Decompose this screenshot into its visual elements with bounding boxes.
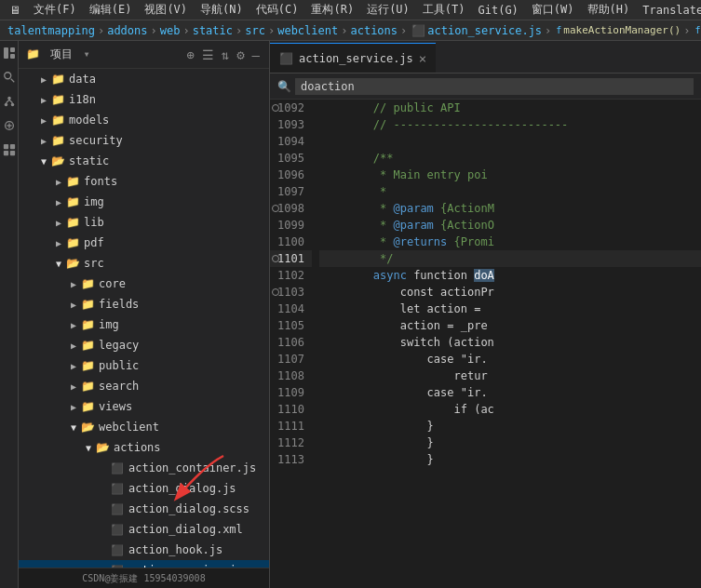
tree-item-img2[interactable]: ▶ 📁 img [19,314,269,335]
code-token: {ActionO [434,219,494,232]
menu-file[interactable]: 文件(F) [28,0,82,20]
line-num-1110: 1110 [270,401,312,418]
tree-item-views[interactable]: ▶ 📁 views [19,396,269,417]
folder-icon-legacy: 📁 [80,339,95,352]
activity-search-icon[interactable] [1,69,18,86]
tree-item-security[interactable]: ▶ 📁 security [19,130,269,151]
folder-icon-pdf: 📁 [65,236,80,249]
tree-item-webclient[interactable]: ▼ 📂 webclient [19,417,269,437]
tree-label-action-container: action_container.js [128,461,256,474]
svg-line-8 [6,100,9,103]
sidebar-close-icon[interactable]: — [250,46,262,64]
tree-item-action-dialog[interactable]: ▶ ⬛ action_dialog.js [19,478,269,499]
breadcrumb-file[interactable]: action_service.js [427,24,542,37]
activity-extensions-icon[interactable] [1,141,18,158]
sidebar-settings-icon[interactable]: ⚙ [235,46,246,64]
tree-item-img[interactable]: ▶ 📁 img [19,192,269,212]
breadcrumb-web[interactable]: web [160,24,181,37]
tree-label-fonts: fonts [84,175,117,188]
menu-pc-icon: 🖥 [4,2,26,19]
tree-item-legacy[interactable]: ▶ 📁 legacy [19,335,269,355]
breadcrumb-static[interactable]: static [193,24,233,37]
menu-view[interactable]: 视图(V) [139,0,193,20]
breadcrumb-func1[interactable]: makeActionManager() [563,24,681,36]
tree-item-data[interactable]: ▶ 📁 data [19,69,269,89]
file-tree: ▶ 📁 data ▶ 📁 i18n ▶ 📁 models [19,69,269,568]
breadcrumb-sep-9: › [683,24,690,37]
search-input[interactable] [295,78,694,95]
tree-item-static[interactable]: ▼ 📂 static [19,151,269,171]
code-token: action = _pre [319,319,488,332]
menu-nav[interactable]: 导航(N) [195,0,249,20]
code-token: * [319,235,393,248]
tree-label-public: public [99,359,139,372]
tree-item-fields[interactable]: ▶ 📁 fields [19,294,269,314]
code-area: 1092 1093 1094 1095 1096 1097 1098 1099 … [270,100,701,588]
tree-label-src: src [84,257,104,270]
tree-item-fonts[interactable]: ▶ 📁 fonts [19,171,269,192]
tree-item-action-dialog-xml[interactable]: ▶ ⬛ action_dialog.xml [19,519,269,540]
folder-icon-webclient: 📂 [80,421,95,434]
menu-tools[interactable]: 工具(T) [417,0,471,20]
code-token: async [373,269,407,282]
tree-item-core[interactable]: ▶ 📁 core [19,274,269,294]
breadcrumb-actions[interactable]: actions [350,24,398,37]
tree-label-action-dialog-xml: action_dialog.xml [128,523,243,536]
menu-run[interactable]: 运行(U) [361,0,415,20]
search-bar: 🔍 [270,74,701,100]
breadcrumb-root[interactable]: talentmapping [7,24,95,37]
line-num-1106: 1106 [270,334,312,351]
folder-icon-search: 📁 [80,380,95,393]
code-line-1092: // public API [319,100,701,116]
tree-item-action-dialog-scss[interactable]: ▶ ⬛ action_dialog.scss [19,499,269,519]
code-line-1094 [319,133,701,150]
tree-item-i18n[interactable]: ▶ 📁 i18n [19,89,269,110]
code-line-1107: case "ir. [319,351,701,368]
tree-label-pdf: pdf [84,236,104,249]
folder-icon-models: 📁 [50,114,65,127]
folder-icon-security: 📁 [50,134,65,147]
line-num-1108: 1108 [270,368,312,384]
folder-icon-public: 📁 [80,359,95,372]
breadcrumb-src[interactable]: src [245,24,265,37]
code-token: retur [319,369,488,382]
folder-icon-actions: 📂 [95,441,110,454]
tree-item-actions[interactable]: ▼ 📂 actions [19,437,269,458]
tree-item-action-hook[interactable]: ▶ ⬛ action_hook.js [19,540,269,560]
breadcrumb-addons[interactable]: addons [107,24,147,37]
menu-help[interactable]: 帮助(H) [582,0,636,20]
code-token: } [319,436,434,449]
tab-file-icon: ⬛ [279,52,293,65]
tree-item-lib[interactable]: ▶ 📁 lib [19,212,269,233]
sidebar: 📁 项目 ▾ ⊕ ☰ ⇅ ⚙ — ▶ 📁 data [19,41,270,588]
tree-arrow-views: ▶ [67,402,80,412]
svg-rect-1 [10,47,15,52]
menu-refactor[interactable]: 重构(R) [305,0,359,20]
sidebar-sort-icon[interactable]: ⇅ [220,46,231,64]
tab-close-button[interactable]: × [419,51,426,66]
tree-arrow-src: ▼ [52,259,65,269]
tree-item-action-container[interactable]: ▶ ⬛ action_container.js [19,458,269,478]
line-num-1113: 1113 [270,451,312,468]
sidebar-collapse-icon[interactable]: ☰ [200,46,216,64]
tree-item-src[interactable]: ▼ 📂 src [19,253,269,274]
tree-label-actions: actions [114,441,161,454]
activity-debug-icon[interactable] [1,117,18,134]
activity-git-icon[interactable] [1,93,18,110]
menu-edit[interactable]: 编辑(E) [84,0,138,20]
tree-item-action-service[interactable]: ▶ ⬛ action_service.js [19,560,269,568]
tree-item-search[interactable]: ▶ 📁 search [19,376,269,396]
menu-window[interactable]: 窗口(W) [526,0,580,20]
menu-translate[interactable]: Translate [637,2,701,19]
tab-action-service[interactable]: ⬛ action_service.js × [270,43,436,73]
tree-item-public[interactable]: ▶ 📁 public [19,355,269,376]
tree-item-models[interactable]: ▶ 📁 models [19,110,269,130]
menu-code[interactable]: 代码(C) [250,0,304,20]
tree-label-search: search [99,380,139,393]
breadcrumb-webclient[interactable]: webclient [277,24,338,37]
menu-git[interactable]: Git(G) [473,2,524,19]
sidebar-new-file-icon[interactable]: ⊕ [184,46,195,64]
code-line-1097: * [319,183,701,200]
activity-explorer-icon[interactable] [1,45,18,61]
tree-item-pdf[interactable]: ▶ 📁 pdf [19,233,269,253]
